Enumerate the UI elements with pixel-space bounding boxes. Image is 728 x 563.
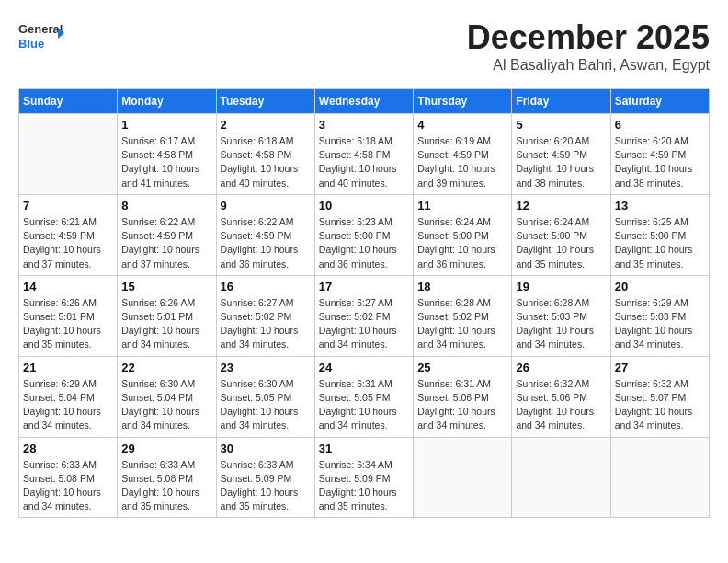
day-number: 5 xyxy=(516,118,606,132)
day-number: 21 xyxy=(23,361,113,374)
calendar-cell: 29Sunrise: 6:33 AMSunset: 5:08 PMDayligh… xyxy=(118,437,216,518)
calendar-cell: 9Sunrise: 6:22 AMSunset: 4:59 PMDaylight… xyxy=(216,194,314,275)
calendar-cell: 25Sunrise: 6:31 AMSunset: 5:06 PMDayligh… xyxy=(414,356,512,437)
day-info: Sunrise: 6:28 AMSunset: 5:02 PMDaylight:… xyxy=(417,296,507,352)
location-title: Al Basaliyah Bahri, Aswan, Egypt xyxy=(467,57,710,74)
day-info: Sunrise: 6:18 AMSunset: 4:58 PMDaylight:… xyxy=(221,134,311,190)
calendar-cell: 16Sunrise: 6:27 AMSunset: 5:02 PMDayligh… xyxy=(216,275,314,356)
day-number: 2 xyxy=(221,118,311,132)
calendar-cell: 7Sunrise: 6:21 AMSunset: 4:59 PMDaylight… xyxy=(19,194,118,275)
calendar-cell: 21Sunrise: 6:29 AMSunset: 5:04 PMDayligh… xyxy=(19,356,118,437)
day-info: Sunrise: 6:26 AMSunset: 5:01 PMDaylight:… xyxy=(121,296,211,352)
day-info: Sunrise: 6:32 AMSunset: 5:07 PMDaylight:… xyxy=(615,377,705,433)
calendar-cell: 11Sunrise: 6:24 AMSunset: 5:00 PMDayligh… xyxy=(414,194,512,275)
day-number: 23 xyxy=(221,361,311,374)
calendar-cell: 26Sunrise: 6:32 AMSunset: 5:06 PMDayligh… xyxy=(512,356,610,437)
day-number: 14 xyxy=(23,280,113,293)
day-info: Sunrise: 6:33 AMSunset: 5:09 PMDaylight:… xyxy=(221,458,311,514)
weekday-header-friday: Friday xyxy=(512,89,610,114)
day-info: Sunrise: 6:25 AMSunset: 5:00 PMDaylight:… xyxy=(615,215,705,271)
day-number: 4 xyxy=(417,118,507,132)
day-info: Sunrise: 6:21 AMSunset: 4:59 PMDaylight:… xyxy=(23,215,113,271)
calendar-cell: 23Sunrise: 6:30 AMSunset: 5:05 PMDayligh… xyxy=(216,356,314,437)
calendar-cell: 20Sunrise: 6:29 AMSunset: 5:03 PMDayligh… xyxy=(610,275,709,356)
day-info: Sunrise: 6:18 AMSunset: 4:58 PMDaylight:… xyxy=(319,134,409,190)
logo: General Blue xyxy=(18,18,64,57)
calendar-cell: 28Sunrise: 6:33 AMSunset: 5:08 PMDayligh… xyxy=(19,437,118,518)
day-info: Sunrise: 6:24 AMSunset: 5:00 PMDaylight:… xyxy=(417,215,507,271)
weekday-header-monday: Monday xyxy=(118,89,216,114)
day-number: 8 xyxy=(121,199,211,213)
day-number: 30 xyxy=(221,442,311,455)
svg-text:Blue: Blue xyxy=(18,37,44,51)
day-info: Sunrise: 6:27 AMSunset: 5:02 PMDaylight:… xyxy=(221,296,311,352)
day-info: Sunrise: 6:17 AMSunset: 4:58 PMDaylight:… xyxy=(121,134,211,190)
calendar-cell: 14Sunrise: 6:26 AMSunset: 5:01 PMDayligh… xyxy=(19,275,118,356)
day-info: Sunrise: 6:28 AMSunset: 5:03 PMDaylight:… xyxy=(516,296,606,352)
day-number: 27 xyxy=(615,361,705,374)
day-info: Sunrise: 6:30 AMSunset: 5:04 PMDaylight:… xyxy=(121,377,211,433)
calendar-cell: 4Sunrise: 6:19 AMSunset: 4:59 PMDaylight… xyxy=(414,114,512,195)
month-title: December 2025 xyxy=(467,18,710,57)
day-info: Sunrise: 6:23 AMSunset: 5:00 PMDaylight:… xyxy=(319,215,409,271)
calendar-cell: 8Sunrise: 6:22 AMSunset: 4:59 PMDaylight… xyxy=(118,194,216,275)
day-info: Sunrise: 6:19 AMSunset: 4:59 PMDaylight:… xyxy=(417,134,507,190)
day-number: 20 xyxy=(615,280,705,293)
title-section: December 2025 Al Basaliyah Bahri, Aswan,… xyxy=(467,18,710,74)
day-number: 9 xyxy=(221,199,311,213)
day-info: Sunrise: 6:29 AMSunset: 5:03 PMDaylight:… xyxy=(615,296,705,352)
day-number: 24 xyxy=(319,361,409,374)
day-info: Sunrise: 6:27 AMSunset: 5:02 PMDaylight:… xyxy=(319,296,409,352)
calendar-cell: 30Sunrise: 6:33 AMSunset: 5:09 PMDayligh… xyxy=(216,437,314,518)
calendar-cell: 12Sunrise: 6:24 AMSunset: 5:00 PMDayligh… xyxy=(512,194,610,275)
calendar-cell: 2Sunrise: 6:18 AMSunset: 4:58 PMDaylight… xyxy=(216,114,314,195)
calendar-cell xyxy=(19,114,118,195)
calendar-cell: 10Sunrise: 6:23 AMSunset: 5:00 PMDayligh… xyxy=(314,194,413,275)
calendar-cell: 17Sunrise: 6:27 AMSunset: 5:02 PMDayligh… xyxy=(314,275,413,356)
day-info: Sunrise: 6:29 AMSunset: 5:04 PMDaylight:… xyxy=(23,377,113,433)
day-info: Sunrise: 6:30 AMSunset: 5:05 PMDaylight:… xyxy=(221,377,311,433)
day-number: 12 xyxy=(516,199,606,213)
day-info: Sunrise: 6:22 AMSunset: 4:59 PMDaylight:… xyxy=(121,215,211,271)
calendar-cell: 22Sunrise: 6:30 AMSunset: 5:04 PMDayligh… xyxy=(118,356,216,437)
day-info: Sunrise: 6:31 AMSunset: 5:05 PMDaylight:… xyxy=(319,377,409,433)
weekday-header-tuesday: Tuesday xyxy=(216,89,314,114)
day-info: Sunrise: 6:22 AMSunset: 4:59 PMDaylight:… xyxy=(221,215,311,271)
day-number: 1 xyxy=(121,118,211,132)
day-info: Sunrise: 6:32 AMSunset: 5:06 PMDaylight:… xyxy=(516,377,606,433)
day-info: Sunrise: 6:20 AMSunset: 4:59 PMDaylight:… xyxy=(615,134,705,190)
day-number: 29 xyxy=(121,442,211,455)
day-info: Sunrise: 6:31 AMSunset: 5:06 PMDaylight:… xyxy=(417,377,507,433)
calendar-cell: 5Sunrise: 6:20 AMSunset: 4:59 PMDaylight… xyxy=(512,114,610,195)
calendar-cell xyxy=(512,437,610,518)
calendar: SundayMondayTuesdayWednesdayThursdayFrid… xyxy=(18,88,710,518)
calendar-cell: 24Sunrise: 6:31 AMSunset: 5:05 PMDayligh… xyxy=(314,356,413,437)
weekday-header-wednesday: Wednesday xyxy=(314,89,413,114)
day-number: 6 xyxy=(615,118,705,132)
svg-text:General: General xyxy=(18,22,63,36)
day-info: Sunrise: 6:33 AMSunset: 5:08 PMDaylight:… xyxy=(121,458,211,514)
day-number: 16 xyxy=(221,280,311,293)
weekday-header-sunday: Sunday xyxy=(19,89,118,114)
day-number: 11 xyxy=(417,199,507,213)
logo-svg: General Blue xyxy=(18,18,64,57)
day-number: 25 xyxy=(417,361,507,374)
day-number: 31 xyxy=(319,442,409,455)
calendar-cell: 1Sunrise: 6:17 AMSunset: 4:58 PMDaylight… xyxy=(118,114,216,195)
day-number: 10 xyxy=(319,199,409,213)
day-number: 18 xyxy=(417,280,507,293)
calendar-cell: 18Sunrise: 6:28 AMSunset: 5:02 PMDayligh… xyxy=(414,275,512,356)
calendar-cell: 13Sunrise: 6:25 AMSunset: 5:00 PMDayligh… xyxy=(610,194,709,275)
day-number: 28 xyxy=(23,442,113,455)
calendar-cell: 3Sunrise: 6:18 AMSunset: 4:58 PMDaylight… xyxy=(314,114,413,195)
weekday-header-thursday: Thursday xyxy=(414,89,512,114)
day-info: Sunrise: 6:20 AMSunset: 4:59 PMDaylight:… xyxy=(516,134,606,190)
day-number: 13 xyxy=(615,199,705,213)
day-number: 15 xyxy=(121,280,211,293)
calendar-cell: 27Sunrise: 6:32 AMSunset: 5:07 PMDayligh… xyxy=(610,356,709,437)
day-info: Sunrise: 6:34 AMSunset: 5:09 PMDaylight:… xyxy=(319,458,409,514)
calendar-cell xyxy=(610,437,709,518)
calendar-cell: 31Sunrise: 6:34 AMSunset: 5:09 PMDayligh… xyxy=(314,437,413,518)
calendar-cell xyxy=(414,437,512,518)
day-info: Sunrise: 6:24 AMSunset: 5:00 PMDaylight:… xyxy=(516,215,606,271)
